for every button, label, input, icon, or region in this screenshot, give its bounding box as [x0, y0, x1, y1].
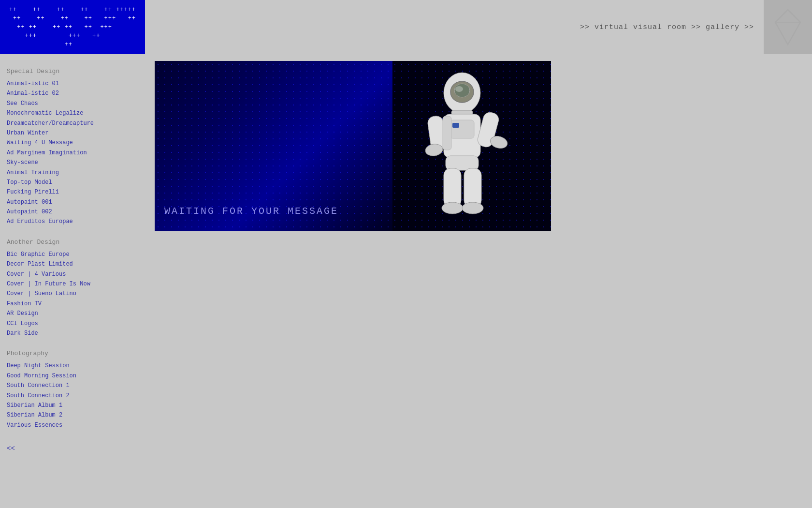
sidebar-link[interactable]: Fucking Pirelli	[7, 187, 148, 197]
sidebar-link[interactable]: Animal-istic 02	[7, 89, 148, 98]
astronaut-svg	[409, 64, 515, 228]
section2-links: Bic Graphic EuropeDecor Plast LimitedCov…	[7, 250, 148, 339]
section1-title: Special Design	[7, 68, 148, 75]
gallery-frame: WAITING FOR YOUR MESSAGE	[155, 61, 551, 231]
sidebar-link[interactable]: Various Essences	[7, 420, 148, 430]
back-link[interactable]: <<	[7, 445, 148, 452]
sidebar-link[interactable]: Siberian Album 2	[7, 410, 148, 420]
sidebar-link[interactable]: AR Design	[7, 309, 148, 318]
sidebar-link[interactable]: South Connection 1	[7, 381, 148, 390]
header: ++ ++ ++ ++ ++ +++++ ++ ++ ++ ++ +++ ++ …	[0, 0, 812, 54]
sidebar-link[interactable]: Siberian Album 1	[7, 401, 148, 410]
sidebar-link[interactable]: Dark Side	[7, 329, 148, 338]
sidebar-link[interactable]: Sky-scene	[7, 158, 148, 167]
sidebar-link[interactable]: Cover | 4 Various	[7, 269, 148, 279]
content-area: WAITING FOR YOUR MESSAGE	[155, 54, 812, 508]
svg-rect-19	[443, 116, 451, 150]
sidebar-link[interactable]: CCI Logos	[7, 319, 148, 329]
sidebar-link[interactable]: Waiting 4 U Message	[7, 138, 148, 148]
sidebar-link[interactable]: Ad Marginem Imagination	[7, 148, 148, 158]
diamond-icon	[773, 8, 802, 46]
section3-links: Deep Night SessionGood Morning SessionSo…	[7, 361, 148, 430]
header-nav: >> virtual visual room >> gallery >>	[145, 0, 764, 54]
sidebar-link[interactable]: Decor Plast Limited	[7, 259, 148, 269]
sidebar-link[interactable]: Ad Eruditos Europae	[7, 217, 148, 226]
sidebar-link[interactable]: Fashion TV	[7, 299, 148, 309]
section2-title: Another Design	[7, 239, 148, 246]
sidebar-link[interactable]: Top-top Model	[7, 178, 148, 187]
sidebar-link[interactable]: Autopaint 002	[7, 207, 148, 217]
sidebar-link[interactable]: Autopaint 001	[7, 197, 148, 207]
svg-line-2	[775, 10, 788, 22]
svg-rect-15	[444, 168, 461, 207]
sidebar-link[interactable]: Animal-istic 01	[7, 79, 148, 89]
logo-block: ++ ++ ++ ++ ++ +++++ ++ ++ ++ ++ +++ ++ …	[0, 0, 145, 54]
logo-pattern: ++ ++ ++ ++ ++ +++++ ++ ++ ++ ++ +++ ++ …	[9, 5, 136, 49]
svg-rect-9	[450, 120, 474, 138]
sidebar-link[interactable]: Deep Night Session	[7, 361, 148, 371]
sidebar-link[interactable]: Dreamcatcher/Dreamcapture	[7, 119, 148, 128]
svg-marker-0	[775, 10, 800, 45]
svg-point-21	[455, 86, 463, 92]
header-diamond-block	[764, 0, 812, 54]
sidebar-link[interactable]: South Connection 2	[7, 391, 148, 401]
astronaut-figure	[373, 61, 551, 231]
nav-breadcrumb[interactable]: >> virtual visual room >> gallery >>	[580, 23, 754, 31]
sidebar-link[interactable]: Cover | In Future Is Now	[7, 279, 148, 289]
svg-point-17	[442, 202, 463, 214]
sidebar-link[interactable]: See Chaos	[7, 99, 148, 108]
sidebar-link[interactable]: Urban Winter	[7, 128, 148, 138]
sidebar-link[interactable]: Bic Graphic Europe	[7, 250, 148, 259]
sidebar-link[interactable]: Animal Training	[7, 168, 148, 178]
section1-links: Animal-istic 01Animal-istic 02See ChaosM…	[7, 79, 148, 227]
svg-point-18	[462, 202, 483, 214]
sidebar-link[interactable]: Good Morning Session	[7, 371, 148, 381]
sidebar: Special Design Animal-istic 01Animal-ist…	[0, 54, 155, 508]
svg-rect-20	[452, 123, 459, 128]
svg-line-3	[788, 10, 800, 22]
main-layout: Special Design Animal-istic 01Animal-ist…	[0, 54, 812, 508]
waiting-message-text: WAITING FOR YOUR MESSAGE	[164, 206, 338, 217]
section3-title: Photography	[7, 350, 148, 357]
sidebar-link[interactable]: Monochromatic Legalize	[7, 108, 148, 118]
svg-rect-16	[464, 168, 481, 207]
sidebar-link[interactable]: Cover | Sueno Latino	[7, 289, 148, 299]
